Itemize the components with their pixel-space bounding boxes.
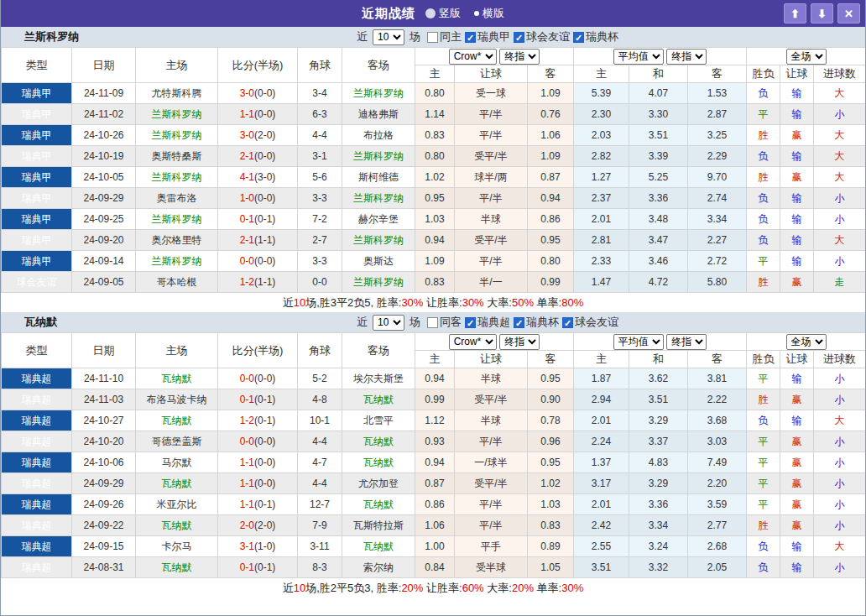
odds-time-select[interactable]: 终指 xyxy=(499,334,540,350)
match-count-select[interactable]: 10 xyxy=(373,315,404,331)
home-team-cell: 瓦纳默 xyxy=(136,410,218,431)
odds-away-cell: 0.95 xyxy=(528,368,574,389)
league-filter-checkbox[interactable]: ✓球会友谊 xyxy=(562,315,618,330)
league-filter-checkbox[interactable]: ✓瑞典杯 xyxy=(573,29,618,44)
odds-away-cell: 0.96 xyxy=(528,431,574,452)
league-cell: 瑞典甲 xyxy=(2,146,72,167)
away-team-cell: 迪格弗斯 xyxy=(342,104,415,125)
near-label: 近 xyxy=(357,29,368,44)
odds-company-select[interactable]: Crow* xyxy=(449,334,497,350)
checkbox-label: 同客 xyxy=(440,315,462,330)
goals-result-cell: 小 xyxy=(814,389,866,410)
result-cell: 负 xyxy=(747,536,780,557)
score-cell: 1-1(0-0) xyxy=(218,104,298,125)
close-button[interactable]: ✕ xyxy=(837,3,860,23)
odds-group-header: Crow* 终指 xyxy=(415,333,574,351)
match-count-select[interactable]: 10 xyxy=(373,29,404,45)
away-team-cell: 瓦纳默 xyxy=(342,389,415,410)
date-cell: 24-09-14 xyxy=(72,251,136,272)
odds-away-cell: 0.87 xyxy=(528,167,574,188)
result-cell: 平 xyxy=(747,494,780,515)
goals-result-cell: 小 xyxy=(814,188,866,209)
radio-horizontal-layout[interactable]: 横版 xyxy=(474,6,504,21)
handicap-cell: 半/一 xyxy=(455,272,528,293)
handicap-cell: 球半/两 xyxy=(455,167,528,188)
avg-away-cell: 3.34 xyxy=(688,209,747,230)
home-team-cell: 奥雷布洛 xyxy=(136,188,218,209)
avg-away-cell: 2.29 xyxy=(688,146,747,167)
summary-stat-value: 10 xyxy=(294,296,305,309)
score-cell: 1-0(0-0) xyxy=(218,188,298,209)
avg-draw-cell: 4.83 xyxy=(629,452,688,473)
same-venue-checkbox[interactable]: 同客 xyxy=(427,315,462,330)
fulltime-score: 0-0 xyxy=(240,436,254,447)
avg-time-select[interactable]: 终指 xyxy=(666,49,707,65)
league-cell: 瑞典甲 xyxy=(2,125,72,146)
result-cell: 平 xyxy=(747,368,780,389)
corner-cell: 7-9 xyxy=(298,515,342,536)
sub-header-home: 主 xyxy=(415,351,455,368)
avg-home-cell: 2.82 xyxy=(574,146,629,167)
handicap-result-cell: 赢 xyxy=(780,389,814,410)
home-team-cell: 瓦纳默 xyxy=(136,515,218,536)
league-filter-checkbox[interactable]: ✓球会友谊 xyxy=(514,29,570,44)
league-filter-checkbox[interactable]: ✓瑞典杯 xyxy=(514,315,559,330)
odds-company-select[interactable]: Crow* xyxy=(449,49,497,65)
summary-stat-value: 30% xyxy=(462,296,484,309)
home-team-cell: 兰斯科罗纳 xyxy=(136,167,218,188)
avg-group-header: 平均值 终指 xyxy=(574,48,747,65)
sub-header-home: 主 xyxy=(574,351,629,368)
summary-stat-value: 50% xyxy=(512,296,534,309)
odds-home-cell: 0.94 xyxy=(415,368,455,389)
avg-away-cell: 2.27 xyxy=(688,230,747,251)
sub-header-handicap: 让球 xyxy=(455,65,528,83)
avg-draw-cell: 4.72 xyxy=(629,272,688,293)
col-header-type: 类型 xyxy=(2,333,72,368)
date-cell: 24-09-20 xyxy=(72,230,136,251)
avg-away-cell: 2.22 xyxy=(688,389,747,410)
avg-time-select[interactable]: 终指 xyxy=(666,334,707,350)
radio-vertical-layout[interactable]: 竖版 xyxy=(425,6,461,21)
corner-cell: 4-7 xyxy=(298,452,342,473)
corner-cell: 8-3 xyxy=(298,557,342,578)
odds-home-cell: 0.95 xyxy=(415,188,455,209)
avg-draw-cell: 3.36 xyxy=(629,188,688,209)
matches-label: 场 xyxy=(410,29,420,44)
avg-company-select[interactable]: 平均值 xyxy=(613,49,664,65)
checked-checkbox-icon: ✓ xyxy=(514,32,524,43)
move-down-button[interactable]: ⬇ xyxy=(811,3,833,23)
halftime-score: (0-0) xyxy=(254,192,275,204)
result-cell: 平 xyxy=(747,473,780,494)
scope-select[interactable]: 全场 xyxy=(786,334,827,350)
summary-text: 大率: xyxy=(484,581,512,596)
handicap-result-cell: 输 xyxy=(780,410,814,431)
move-up-button[interactable]: ⬆ xyxy=(784,3,806,23)
same-venue-checkbox[interactable]: 同主 xyxy=(427,29,462,44)
league-filter-checkbox[interactable]: ✓瑞典超 xyxy=(465,315,510,330)
avg-company-select[interactable]: 平均值 xyxy=(613,334,664,350)
avg-away-cell: 5.80 xyxy=(688,272,747,293)
match-row: 瑞典超24-09-26米亚尔比1-1(0-1)12-7瓦纳默0.86平/半1.0… xyxy=(2,494,866,515)
unchecked-checkbox-icon xyxy=(427,317,438,328)
match-row: 瑞典超24-11-03布洛马波卡纳0-1(0-1)4-8瓦纳默0.99受平/半0… xyxy=(2,389,866,410)
fulltime-score: 0-1 xyxy=(240,394,254,405)
league-cell: 瑞典甲 xyxy=(2,83,72,104)
col-header-home: 主场 xyxy=(136,48,218,83)
corner-cell: 10-1 xyxy=(298,410,342,431)
checked-checkbox-icon: ✓ xyxy=(573,32,584,43)
handicap-result-cell: 输 xyxy=(780,188,814,209)
avg-away-cell: 3.25 xyxy=(688,125,747,146)
scope-select[interactable]: 全场 xyxy=(786,49,827,65)
summary-text: 近 xyxy=(283,581,294,596)
odds-home-cell: 0.83 xyxy=(415,272,455,293)
league-filter-checkbox[interactable]: ✓瑞典甲 xyxy=(465,29,510,44)
date-cell: 24-09-29 xyxy=(72,188,136,209)
odds-away-cell: 1.09 xyxy=(528,146,574,167)
handicap-cell: 平/半 xyxy=(455,431,528,452)
odds-away-cell: 0.86 xyxy=(528,209,574,230)
avg-draw-cell: 3.46 xyxy=(629,251,688,272)
handicap-result-cell: 赢 xyxy=(780,431,814,452)
score-cell: 1-1(0-0) xyxy=(218,452,298,473)
odds-time-select[interactable]: 终指 xyxy=(499,49,540,65)
score-cell: 0-1(0-1) xyxy=(218,209,298,230)
